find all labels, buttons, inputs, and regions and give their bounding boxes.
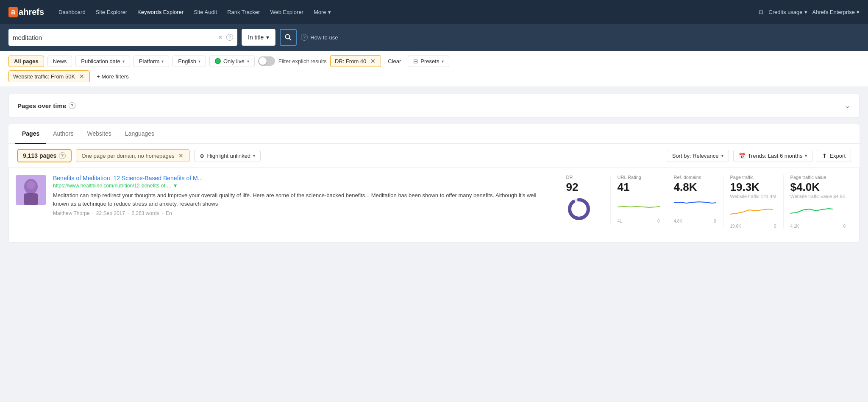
tabs-container: Pages Authors Websites Languages (8, 124, 860, 144)
search-help-icon[interactable]: ? (226, 34, 233, 41)
search-icon (285, 34, 292, 41)
only-live-button[interactable]: Only live ▾ (209, 56, 255, 67)
chevron-down-icon-highlight: ▾ (253, 154, 255, 158)
tab-languages[interactable]: Languages (118, 124, 161, 144)
clear-button[interactable]: Clear (384, 56, 404, 67)
tab-pages[interactable]: Pages (15, 124, 46, 144)
pages-over-time-collapse-icon[interactable]: ⌄ (844, 101, 851, 110)
result-description: Meditation can help redirect your though… (53, 191, 553, 208)
svg-line-1 (289, 39, 291, 40)
pages-count-help-icon[interactable]: ? (59, 152, 66, 159)
dr-badge: DR: From 40 ✕ (330, 55, 381, 67)
filter-explicit-toggle-wrap: Filter explicit results (258, 56, 327, 66)
clear-search-icon[interactable]: ✕ (218, 34, 223, 41)
svg-point-5 (27, 181, 35, 189)
results-area: Benefits of Meditation: 12 Science-Based… (8, 168, 860, 243)
more-filters-button[interactable]: + More filters (93, 71, 132, 82)
chevron-down-icon-pubdate: ▾ (122, 59, 125, 64)
result-thumbnail (16, 175, 46, 205)
filter-bar-row2: Website traffic: From 50K ✕ + More filte… (8, 70, 860, 82)
result-word-count: 2,263 words (131, 210, 159, 216)
result-url[interactable]: https://www.healthline.com/nutrition/12-… (53, 183, 553, 189)
svg-rect-4 (24, 193, 38, 205)
page-traffic-metric: Page traffic 19.3K Website traffic 141.4… (723, 175, 783, 229)
language-button[interactable]: English ▾ (172, 56, 206, 67)
url-rating-metric: URL Rating 41 41 0 (610, 175, 667, 223)
nav-dashboard[interactable]: Dashboard (54, 6, 90, 18)
platform-button[interactable]: Platform ▾ (134, 56, 169, 67)
trends-button[interactable]: 📅 Trends: Last 6 months ▾ (733, 150, 813, 162)
monitor-icon: ⊡ (759, 9, 763, 15)
nav-keywords-explorer[interactable]: Keywords Explorer (133, 6, 188, 18)
publication-date-button[interactable]: Publication date ▾ (75, 56, 130, 67)
one-page-clear-button[interactable]: ✕ (178, 152, 184, 159)
search-input[interactable] (13, 34, 218, 41)
metrics-grid: DR 92 URL Rating 41 41 (559, 175, 853, 229)
enterprise-btn[interactable]: Ahrefs Enterprise ▾ (812, 9, 860, 15)
export-icon: ⬆ (822, 153, 827, 159)
nav-site-explorer[interactable]: Site Explorer (92, 6, 131, 18)
search-mode-button[interactable]: In title ▾ (242, 29, 275, 46)
nav-right: ⊡ Credits usage ▾ Ahrefs Enterprise ▾ (759, 9, 860, 15)
result-title[interactable]: Benefits of Meditation: 12 Science-Based… (53, 175, 553, 181)
chevron-down-icon-platform: ▾ (161, 59, 164, 64)
filter-bar: All pages News Publication date ▾ Platfo… (0, 51, 868, 87)
logo-text: ahrefs (19, 7, 44, 17)
page-traffic-chart: 19.6K 0 (730, 201, 776, 229)
section-title: Pages over time ? (17, 102, 75, 109)
chevron-down-icon-live: ▾ (247, 59, 249, 64)
one-page-per-domain-badge: One page per domain, no homepages ✕ (76, 149, 190, 162)
top-nav: a ahrefs Dashboard Site Explorer Keyword… (0, 0, 868, 24)
chevron-down-icon-credits: ▾ (804, 9, 807, 15)
search-mode-label: In title (248, 34, 264, 41)
toggle-knob (259, 57, 267, 65)
result-author: Matthew Thorpe (53, 210, 90, 216)
page-traffic-value-chart: 4.1K 0 (790, 201, 846, 229)
nav-web-explorer[interactable]: Web Explorer (266, 6, 308, 18)
dr-donut-chart (566, 196, 604, 223)
nav-site-audit[interactable]: Site Audit (189, 6, 221, 18)
search-go-button[interactable] (280, 29, 297, 46)
sort-button[interactable]: Sort by: Relevance ▾ (667, 150, 729, 162)
tab-authors[interactable]: Authors (46, 124, 80, 144)
result-content: Benefits of Meditation: 12 Science-Based… (53, 175, 553, 216)
nav-links: Dashboard Site Explorer Keywords Explore… (54, 6, 755, 18)
presets-button[interactable]: ⊟ Presets ▾ (408, 56, 449, 67)
page-traffic-value-metric: Page traffic value $4.0K Website traffic… (783, 175, 852, 229)
website-traffic-clear-button[interactable]: ✕ (78, 73, 85, 80)
pages-over-time-section: Pages over time ? ⌄ (8, 94, 860, 117)
search-input-icons: ✕ ? (218, 34, 233, 41)
logo-icon: a (8, 7, 18, 17)
highlight-unlinked-button[interactable]: ⊛ Highlight unlinked ▾ (194, 150, 261, 162)
all-pages-button[interactable]: All pages (8, 56, 44, 67)
credits-usage-btn[interactable]: Credits usage ▾ (768, 9, 807, 15)
monitor-icon-btn[interactable]: ⊡ (759, 9, 763, 15)
tab-websites[interactable]: Websites (81, 124, 118, 144)
search-bar: ✕ ? In title ▾ ? How to use (0, 24, 868, 51)
sliders-icon: ⊟ (413, 58, 418, 64)
svg-point-7 (570, 200, 588, 218)
pages-over-time-help-icon[interactable]: ? (69, 102, 75, 109)
chevron-down-icon: ▾ (328, 9, 331, 15)
chevron-down-icon-lang: ▾ (198, 59, 200, 64)
nav-more[interactable]: More ▾ (309, 6, 335, 18)
tabs: Pages Authors Websites Languages (8, 124, 860, 143)
nav-rank-tracker[interactable]: Rank Tracker (223, 6, 264, 18)
export-button[interactable]: ⬆ Export (817, 150, 851, 162)
dr-badge-clear-button[interactable]: ✕ (370, 58, 376, 64)
help-circle-icon: ? (301, 34, 308, 41)
url-arrow-icon: ▼ (173, 183, 178, 189)
logo[interactable]: a ahrefs (8, 7, 44, 17)
how-to-use-link[interactable]: ? How to use (301, 34, 338, 41)
chevron-down-icon-mode: ▾ (266, 34, 269, 41)
chevron-down-icon-enterprise: ▾ (857, 9, 860, 15)
result-meta: Matthew Thorpe · 22 Sep 2017 · 2,263 wor… (53, 210, 553, 216)
dr-metric: DR 92 (559, 175, 610, 223)
pages-count-badge: 9,113 pages ? (17, 149, 72, 162)
website-traffic-badge: Website traffic: From 50K ✕ (8, 70, 90, 82)
filter-explicit-toggle[interactable] (258, 56, 275, 66)
ref-domains-chart: 4.8K 0 (674, 196, 716, 223)
table-row: Benefits of Meditation: 12 Science-Based… (16, 175, 852, 235)
thumbnail-svg (16, 175, 46, 205)
news-filter-button[interactable]: News (47, 56, 72, 67)
